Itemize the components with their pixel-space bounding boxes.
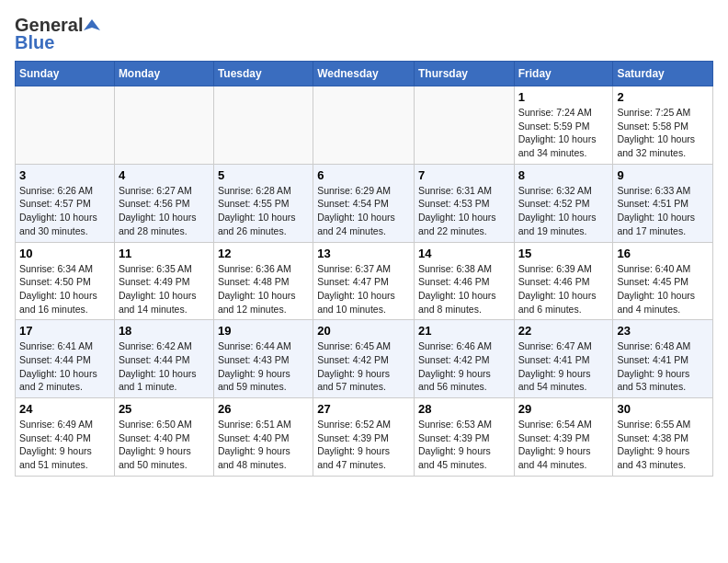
weekday-header-tuesday: Tuesday — [213, 62, 313, 86]
calendar-cell: 11Sunrise: 6:35 AM Sunset: 4:49 PM Dayli… — [114, 242, 213, 320]
calendar-cell: 7Sunrise: 6:31 AM Sunset: 4:53 PM Daylig… — [414, 164, 514, 242]
day-info: Sunrise: 6:37 AM Sunset: 4:47 PM Dayligh… — [317, 262, 410, 316]
calendar-cell — [16, 86, 115, 165]
day-info: Sunrise: 7:25 AM Sunset: 5:58 PM Dayligh… — [617, 106, 709, 160]
calendar-cell: 12Sunrise: 6:36 AM Sunset: 4:48 PM Dayli… — [213, 242, 313, 320]
day-number: 9 — [617, 168, 709, 182]
weekday-header-friday: Friday — [514, 62, 613, 86]
day-number: 13 — [317, 247, 410, 260]
day-number: 4 — [119, 168, 210, 182]
day-number: 5 — [218, 168, 309, 182]
calendar-cell: 5Sunrise: 6:28 AM Sunset: 4:55 PM Daylig… — [213, 164, 313, 242]
calendar-cell: 19Sunrise: 6:44 AM Sunset: 4:43 PM Dayli… — [213, 320, 313, 398]
day-number: 3 — [19, 168, 110, 182]
calendar-cell: 22Sunrise: 6:47 AM Sunset: 4:41 PM Dayli… — [514, 320, 613, 398]
day-number: 21 — [418, 324, 510, 338]
day-number: 24 — [19, 402, 110, 416]
day-number: 7 — [418, 168, 510, 182]
calendar-cell: 28Sunrise: 6:53 AM Sunset: 4:39 PM Dayli… — [414, 398, 514, 477]
day-number: 6 — [317, 168, 410, 182]
calendar-cell: 20Sunrise: 6:45 AM Sunset: 4:42 PM Dayli… — [313, 320, 415, 398]
weekday-header-saturday: Saturday — [613, 62, 713, 86]
day-info: Sunrise: 6:49 AM Sunset: 4:40 PM Dayligh… — [19, 418, 110, 472]
calendar-cell: 15Sunrise: 6:39 AM Sunset: 4:46 PM Dayli… — [514, 242, 613, 320]
day-number: 2 — [617, 90, 709, 104]
day-info: Sunrise: 6:26 AM Sunset: 4:57 PM Dayligh… — [19, 184, 110, 238]
day-info: Sunrise: 6:55 AM Sunset: 4:38 PM Dayligh… — [617, 418, 709, 472]
day-info: Sunrise: 6:35 AM Sunset: 4:49 PM Dayligh… — [119, 262, 210, 316]
day-number: 28 — [418, 402, 510, 416]
day-number: 11 — [119, 247, 210, 260]
weekday-header-sunday: Sunday — [16, 62, 115, 86]
day-info: Sunrise: 6:54 AM Sunset: 4:39 PM Dayligh… — [518, 418, 609, 472]
day-info: Sunrise: 6:42 AM Sunset: 4:44 PM Dayligh… — [119, 339, 210, 394]
day-info: Sunrise: 6:47 AM Sunset: 4:41 PM Dayligh… — [518, 339, 609, 394]
day-number: 22 — [518, 324, 609, 338]
day-number: 12 — [218, 247, 309, 260]
calendar-cell: 14Sunrise: 6:38 AM Sunset: 4:46 PM Dayli… — [414, 242, 514, 320]
day-number: 14 — [418, 247, 510, 260]
calendar-cell: 2Sunrise: 7:25 AM Sunset: 5:58 PM Daylig… — [613, 86, 713, 165]
svg-marker-0 — [84, 19, 100, 30]
day-number: 10 — [19, 247, 110, 260]
calendar-cell — [114, 86, 213, 165]
day-info: Sunrise: 6:39 AM Sunset: 4:46 PM Dayligh… — [518, 262, 609, 316]
day-number: 27 — [317, 402, 410, 416]
calendar-cell: 10Sunrise: 6:34 AM Sunset: 4:50 PM Dayli… — [16, 242, 115, 320]
calendar-cell: 6Sunrise: 6:29 AM Sunset: 4:54 PM Daylig… — [313, 164, 415, 242]
calendar-cell: 23Sunrise: 6:48 AM Sunset: 4:41 PM Dayli… — [613, 320, 713, 398]
calendar-cell: 13Sunrise: 6:37 AM Sunset: 4:47 PM Dayli… — [313, 242, 415, 320]
day-number: 18 — [119, 324, 210, 338]
day-info: Sunrise: 6:45 AM Sunset: 4:42 PM Dayligh… — [317, 339, 410, 394]
calendar-cell: 1Sunrise: 7:24 AM Sunset: 5:59 PM Daylig… — [514, 86, 613, 165]
page-header: General Blue — [15, 15, 713, 53]
day-info: Sunrise: 6:52 AM Sunset: 4:39 PM Dayligh… — [317, 418, 410, 472]
logo: General Blue — [15, 15, 100, 53]
calendar-body: 1Sunrise: 7:24 AM Sunset: 5:59 PM Daylig… — [16, 86, 713, 477]
calendar-cell — [313, 86, 415, 165]
day-number: 19 — [218, 324, 309, 338]
day-info: Sunrise: 7:24 AM Sunset: 5:59 PM Dayligh… — [518, 106, 609, 160]
day-number: 30 — [617, 402, 709, 416]
day-info: Sunrise: 6:53 AM Sunset: 4:39 PM Dayligh… — [418, 418, 510, 472]
day-number: 1 — [518, 90, 609, 104]
calendar-week-1: 1Sunrise: 7:24 AM Sunset: 5:59 PM Daylig… — [16, 86, 713, 165]
day-info: Sunrise: 6:50 AM Sunset: 4:40 PM Dayligh… — [119, 418, 210, 472]
day-info: Sunrise: 6:36 AM Sunset: 4:48 PM Dayligh… — [218, 262, 309, 316]
day-number: 16 — [617, 247, 709, 260]
day-number: 29 — [518, 402, 609, 416]
calendar-cell: 30Sunrise: 6:55 AM Sunset: 4:38 PM Dayli… — [613, 398, 713, 477]
day-info: Sunrise: 6:29 AM Sunset: 4:54 PM Dayligh… — [317, 184, 410, 238]
weekday-header-monday: Monday — [114, 62, 213, 86]
day-info: Sunrise: 6:28 AM Sunset: 4:55 PM Dayligh… — [218, 184, 309, 238]
calendar-cell: 29Sunrise: 6:54 AM Sunset: 4:39 PM Dayli… — [514, 398, 613, 477]
calendar-cell: 18Sunrise: 6:42 AM Sunset: 4:44 PM Dayli… — [114, 320, 213, 398]
day-number: 17 — [19, 324, 110, 338]
weekday-header-thursday: Thursday — [414, 62, 514, 86]
calendar-cell: 27Sunrise: 6:52 AM Sunset: 4:39 PM Dayli… — [313, 398, 415, 477]
calendar-cell: 25Sunrise: 6:50 AM Sunset: 4:40 PM Dayli… — [114, 398, 213, 477]
calendar-cell: 21Sunrise: 6:46 AM Sunset: 4:42 PM Dayli… — [414, 320, 514, 398]
day-info: Sunrise: 6:48 AM Sunset: 4:41 PM Dayligh… — [617, 339, 709, 394]
day-number: 20 — [317, 324, 410, 338]
calendar-week-5: 24Sunrise: 6:49 AM Sunset: 4:40 PM Dayli… — [16, 398, 713, 477]
day-info: Sunrise: 6:34 AM Sunset: 4:50 PM Dayligh… — [19, 262, 110, 316]
day-number: 23 — [617, 324, 709, 338]
day-number: 26 — [218, 402, 309, 416]
day-info: Sunrise: 6:31 AM Sunset: 4:53 PM Dayligh… — [418, 184, 510, 238]
calendar-table: SundayMondayTuesdayWednesdayThursdayFrid… — [15, 61, 713, 477]
calendar-cell: 9Sunrise: 6:33 AM Sunset: 4:51 PM Daylig… — [613, 164, 713, 242]
day-info: Sunrise: 6:40 AM Sunset: 4:45 PM Dayligh… — [617, 262, 709, 316]
day-number: 8 — [518, 168, 609, 182]
calendar-header-row: SundayMondayTuesdayWednesdayThursdayFrid… — [16, 62, 713, 86]
day-info: Sunrise: 6:46 AM Sunset: 4:42 PM Dayligh… — [418, 339, 510, 394]
calendar-week-2: 3Sunrise: 6:26 AM Sunset: 4:57 PM Daylig… — [16, 164, 713, 242]
calendar-cell: 3Sunrise: 6:26 AM Sunset: 4:57 PM Daylig… — [16, 164, 115, 242]
weekday-header-wednesday: Wednesday — [313, 62, 415, 86]
day-number: 15 — [518, 247, 609, 260]
calendar-week-4: 17Sunrise: 6:41 AM Sunset: 4:44 PM Dayli… — [16, 320, 713, 398]
calendar-cell: 16Sunrise: 6:40 AM Sunset: 4:45 PM Dayli… — [613, 242, 713, 320]
calendar-cell: 24Sunrise: 6:49 AM Sunset: 4:40 PM Dayli… — [16, 398, 115, 477]
day-info: Sunrise: 6:27 AM Sunset: 4:56 PM Dayligh… — [119, 184, 210, 238]
day-info: Sunrise: 6:51 AM Sunset: 4:40 PM Dayligh… — [218, 418, 309, 472]
